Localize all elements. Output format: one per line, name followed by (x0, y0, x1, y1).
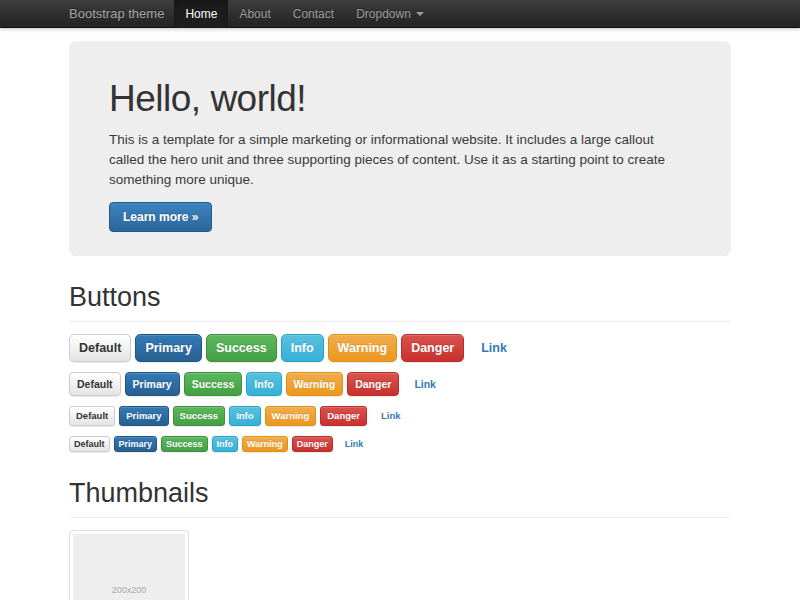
btn-default-lg[interactable]: Default (69, 334, 131, 362)
btn-info-xs[interactable]: Info (212, 436, 239, 452)
button-rows: DefaultPrimarySuccessInfoWarningDangerLi… (69, 334, 731, 452)
buttons-section-header: Buttons (69, 282, 731, 322)
thumbnail-item[interactable]: 200x200 (69, 530, 189, 600)
btn-link-sm[interactable]: Link (375, 407, 407, 425)
btn-info-lg[interactable]: Info (281, 334, 324, 362)
button-row-lg: DefaultPrimarySuccessInfoWarningDangerLi… (69, 334, 731, 362)
btn-link-md[interactable]: Link (407, 373, 443, 395)
caret-down-icon (416, 12, 424, 16)
nav-item-contact[interactable]: Contact (282, 0, 345, 28)
buttons-section-title: Buttons (69, 282, 731, 313)
nav-item-about[interactable]: About (228, 0, 281, 28)
nav-item-dropdown[interactable]: Dropdown (345, 0, 435, 28)
button-row-xs: DefaultPrimarySuccessInfoWarningDangerLi… (69, 436, 731, 452)
btn-success-lg[interactable]: Success (206, 334, 277, 362)
thumbnail-placeholder-image: 200x200 (73, 534, 185, 600)
btn-info-md[interactable]: Info (246, 372, 281, 396)
learn-more-button[interactable]: Learn more » (109, 202, 212, 232)
btn-info-sm[interactable]: Info (229, 406, 260, 426)
btn-link-lg[interactable]: Link (472, 335, 516, 361)
btn-link-xs[interactable]: Link (341, 437, 368, 451)
hero-unit: Hello, world! This is a template for a s… (69, 41, 731, 256)
btn-danger-md[interactable]: Danger (347, 372, 399, 396)
button-row-sm: DefaultPrimarySuccessInfoWarningDangerLi… (69, 406, 731, 426)
hero-description: This is a template for a simple marketin… (109, 130, 691, 191)
navbar: Bootstrap theme HomeAboutContactDropdown (0, 0, 800, 28)
thumbnails-section-title: Thumbnails (69, 478, 731, 509)
btn-warning-sm[interactable]: Warning (265, 406, 317, 426)
btn-success-md[interactable]: Success (184, 372, 243, 396)
btn-default-xs[interactable]: Default (69, 436, 110, 452)
btn-primary-sm[interactable]: Primary (119, 406, 168, 426)
btn-warning-md[interactable]: Warning (286, 372, 344, 396)
btn-success-sm[interactable]: Success (173, 406, 226, 426)
thumbnails-section-header: Thumbnails (69, 478, 731, 518)
btn-default-md[interactable]: Default (69, 372, 121, 396)
btn-default-sm[interactable]: Default (69, 406, 115, 426)
btn-warning-lg[interactable]: Warning (328, 334, 398, 362)
hero-title: Hello, world! (109, 79, 691, 119)
btn-primary-xs[interactable]: Primary (114, 436, 158, 452)
btn-danger-lg[interactable]: Danger (401, 334, 464, 362)
navbar-nav: HomeAboutContactDropdown (174, 0, 434, 28)
btn-danger-xs[interactable]: Danger (292, 436, 333, 452)
btn-danger-sm[interactable]: Danger (320, 406, 367, 426)
nav-item-home[interactable]: Home (174, 0, 228, 28)
btn-success-xs[interactable]: Success (161, 436, 208, 452)
button-row-md: DefaultPrimarySuccessInfoWarningDangerLi… (69, 372, 731, 396)
btn-primary-lg[interactable]: Primary (135, 334, 202, 362)
btn-warning-xs[interactable]: Warning (242, 436, 288, 452)
thumbnail-placeholder-label: 200x200 (112, 585, 147, 595)
btn-primary-md[interactable]: Primary (125, 372, 180, 396)
navbar-brand[interactable]: Bootstrap theme (69, 0, 164, 28)
